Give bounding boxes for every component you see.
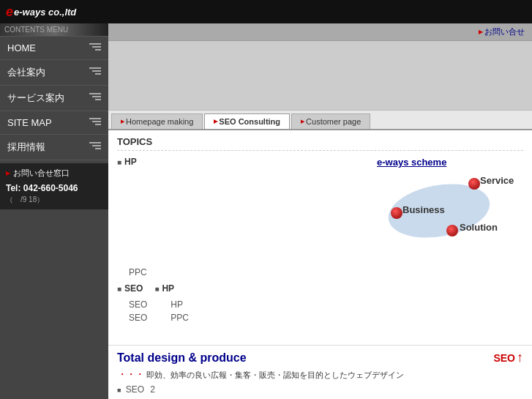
arrow-up-icon: ↑: [517, 350, 523, 365]
subtitle-row: ・・・ 即効、効率の良い広報・集客・販売・認知を目的としたウェブデザイン: [117, 368, 523, 381]
sidebar: CONTENTS MENU HOME 会社案内 サービス案内 SITE MAP: [0, 23, 108, 399]
contact-section: お問い合せ窓口 Tel: 042-660-5046 （ /9 18）: [0, 163, 108, 209]
tel-number: Tel: 042-660-5046: [6, 183, 102, 193]
menu-icon: [86, 93, 101, 103]
seo-sub1: SEO: [129, 299, 147, 310]
sidebar-item-company[interactable]: 会社案内: [0, 60, 108, 86]
sidebar-item-label-recruit: 採用情報: [7, 141, 45, 154]
tab-seo-label: SEO Consulting: [219, 117, 280, 126]
footer-seo-row: SEO 2: [117, 384, 523, 395]
scheme-container: Service Business Solution: [381, 171, 520, 258]
menu-icon: [86, 118, 101, 128]
scheme-title: e-ways scheme: [377, 157, 523, 168]
footer-seo-label: SEO: [117, 384, 144, 395]
sidebar-item-label-company: 会社案内: [7, 66, 45, 79]
topics-title: TOPICS: [117, 136, 523, 151]
scheme-diagram: e-ways scheme Service Business Solution: [377, 157, 523, 258]
contents-menu-label: CONTENTS MENU: [0, 23, 108, 37]
main-content: TOPICS HP e-ways scheme Service Business: [108, 130, 532, 345]
service-label: Service: [480, 175, 514, 186]
content-row-ppc: PPC: [117, 264, 523, 277]
ppc-left: PPC: [117, 264, 523, 277]
main-container: CONTENTS MENU HOME 会社案内 サービス案内 SITE MAP: [0, 23, 532, 399]
logo-e-icon: e: [6, 4, 13, 20]
bottom-section: Total design & produce SEO ↑ ・・・ 即効、効率の良…: [108, 345, 532, 399]
business-label: Business: [402, 204, 445, 215]
business-dot: [391, 207, 402, 219]
menu-icon: [86, 43, 101, 53]
tab-customer-label: Customer page: [306, 117, 361, 126]
hero-image: [108, 41, 532, 111]
content-row-hp: HP e-ways scheme Service Business: [117, 157, 523, 258]
tab-homepage-label: Homepage making: [126, 117, 193, 126]
seo-section: SEO HP SEO HP SEO PPC: [117, 283, 523, 323]
seo-row-1: SEO HP: [117, 299, 523, 310]
seo-section-label: SEO: [117, 283, 143, 294]
business-hours: （ /9 18）: [6, 195, 102, 205]
solution-dot: [446, 225, 458, 236]
sidebar-item-home[interactable]: HOME: [0, 37, 108, 60]
left-column: HP: [117, 157, 377, 170]
subtitle-jp-text: 即効、効率の良い広報・集客・販売・認知を目的としたウェブデザイン: [146, 370, 404, 381]
tab-navigation: Homepage making SEO Consulting Customer …: [108, 111, 532, 130]
service-dot: [468, 178, 480, 190]
decorative-dots: ・・・: [117, 368, 143, 381]
hp-section-label: HP: [117, 157, 377, 167]
total-design-label: Total design & produce: [117, 351, 247, 365]
sidebar-item-label-service: サービス案内: [7, 92, 64, 105]
sidebar-item-service[interactable]: サービス案内: [0, 86, 108, 111]
contact-link[interactable]: お問い合せ: [479, 26, 525, 37]
contact-title[interactable]: お問い合せ窓口: [6, 168, 102, 179]
total-design-row: Total design & produce SEO ↑: [117, 350, 523, 365]
tab-customer[interactable]: Customer page: [291, 113, 370, 129]
ppc-sub2: PPC: [171, 313, 189, 323]
seo-sub2: SEO: [129, 313, 147, 323]
hp-section-label2: HP: [154, 283, 174, 294]
header: e e-ways co.,ltd: [0, 0, 532, 23]
tab-seo[interactable]: SEO Consulting: [204, 113, 290, 129]
menu-icon: [86, 67, 101, 78]
sidebar-item-sitemap[interactable]: SITE MAP: [0, 111, 108, 135]
logo-text: e-ways co.,ltd: [14, 7, 76, 18]
seo-badge: SEO ↑: [493, 350, 523, 365]
hp-sub1: HP: [171, 299, 183, 310]
sidebar-item-label-home: HOME: [7, 42, 36, 53]
content-area: お問い合せ Homepage making SEO Consulting Cus…: [108, 23, 532, 399]
seo-row-2: SEO PPC: [117, 313, 523, 323]
seo-badge-label: SEO: [493, 352, 515, 364]
sidebar-item-label-sitemap: SITE MAP: [7, 117, 52, 128]
top-bar: お問い合せ: [108, 23, 532, 41]
sidebar-item-recruit[interactable]: 採用情報: [0, 135, 108, 160]
ppc-label: PPC: [129, 267, 523, 277]
seo-row-header: SEO HP: [117, 283, 523, 297]
menu-icon: [86, 142, 101, 152]
tab-homepage[interactable]: Homepage making: [111, 113, 203, 129]
footer-number: 2: [150, 384, 155, 395]
solution-label: Solution: [460, 222, 498, 233]
